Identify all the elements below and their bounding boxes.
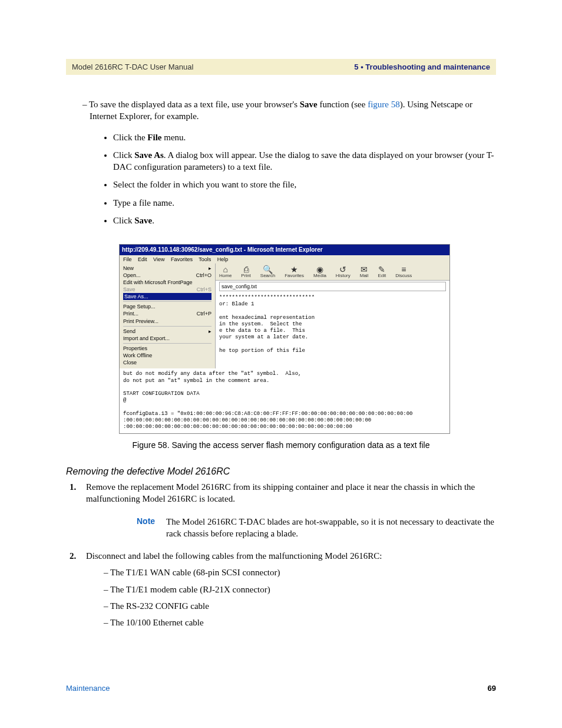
list-item: – The T1/E1 WAN cable (68-pin SCSI conne…	[104, 566, 496, 578]
cable-list: – The T1/E1 WAN cable (68-pin SCSI conne…	[104, 566, 496, 628]
list-item: Click the File menu.	[113, 131, 496, 143]
text: menu.	[161, 133, 186, 142]
label: Media	[313, 273, 326, 278]
menu-view[interactable]: View	[153, 256, 164, 262]
note-block: Note The Model 2616RC T-DAC blades are h…	[137, 516, 496, 540]
note-text: The Model 2616RC T-DAC blades are hot-sw…	[166, 516, 496, 540]
figure-caption: Figure 58. Saving the access server flas…	[66, 440, 496, 451]
tool-search[interactable]: 🔍Search	[260, 265, 275, 278]
instruction-list: Click the File menu. Click Save As. A di…	[113, 131, 496, 227]
menu-file[interactable]: File	[123, 256, 132, 262]
step-text: Disconnect and label the following cable…	[86, 550, 382, 562]
page-number: 69	[488, 684, 496, 693]
favorites-icon: ★	[285, 265, 304, 274]
text: . A dialog box will appear. Use the dial…	[113, 150, 494, 172]
step-number: 1.	[70, 481, 86, 505]
label: Edit	[378, 273, 386, 278]
label: Print	[241, 273, 250, 278]
tool-edit[interactable]: ✎Edit	[378, 265, 386, 278]
list-item: Type a file name.	[113, 197, 496, 209]
list-item: Click Save As. A dialog box will appear.…	[113, 149, 496, 173]
bold-save: Save	[300, 100, 318, 109]
menu-item-save[interactable]: SaveCtrl+S	[123, 286, 211, 293]
figure-link[interactable]: figure 58	[368, 100, 400, 109]
label: Favorites	[285, 273, 304, 278]
tool-mail[interactable]: ✉Mail	[360, 265, 369, 278]
text: function (see	[318, 100, 368, 109]
label: Mail	[360, 273, 369, 278]
menu-item-print[interactable]: Print...Ctrl+P	[123, 310, 211, 317]
menu-item-close[interactable]: Close	[123, 359, 211, 366]
ie-window: http://209.49.110.148:30962/save_config.…	[119, 244, 450, 434]
list-item: Click Save.	[113, 215, 496, 226]
bold: Save	[134, 216, 152, 225]
bold: Save As	[134, 150, 164, 160]
label: History	[336, 273, 351, 278]
label: Search	[260, 273, 275, 278]
history-icon: ↺	[336, 265, 351, 274]
step-text: Remove the replacement Model 2616RC from…	[86, 481, 496, 505]
tool-print[interactable]: ⎙Print	[241, 265, 250, 278]
menu-item-page-setup[interactable]: Page Setup...	[123, 303, 211, 310]
menu-item-print-preview[interactable]: Print Preview...	[123, 318, 211, 325]
menu-favorites[interactable]: Favorites	[171, 256, 193, 262]
edit-icon: ✎	[378, 265, 386, 274]
chapter-title: 5 • Troubleshooting and maintenance	[354, 62, 490, 71]
ie-right-pane: ⌂Home ⎙Print 🔍Search ★Favorites ◉Media ↺…	[216, 263, 449, 369]
menu-item-open[interactable]: Open...Ctrl+O	[123, 272, 211, 279]
bold: File	[147, 133, 161, 142]
menu-item-work-offline[interactable]: Work Offline	[123, 352, 211, 359]
address-bar[interactable]: save_config.txt	[219, 282, 446, 291]
menu-tools[interactable]: Tools	[199, 256, 211, 262]
menu-item-edit-with[interactable]: Edit with Microsoft FrontPage	[123, 279, 211, 286]
menu-item-new[interactable]: New▸	[123, 265, 211, 272]
list-item: – The 10/100 Ethernet cable	[104, 617, 496, 628]
menu-item-import[interactable]: Import and Export...	[123, 335, 211, 342]
list-item: – The RS-232 CONFIG cable	[104, 600, 496, 612]
step-1: 1. Remove the replacement Model 2616RC f…	[70, 481, 496, 505]
tool-favorites[interactable]: ★Favorites	[285, 265, 304, 278]
home-icon: ⌂	[219, 265, 232, 274]
numbered-list: 2. Disconnect and label the following ca…	[70, 550, 496, 562]
figure-58: http://209.49.110.148:30962/save_config.…	[119, 244, 496, 434]
tool-home[interactable]: ⌂Home	[219, 265, 232, 278]
text: Click	[113, 216, 134, 225]
file-menu-dropdown: New▸ Open...Ctrl+O Edit with Microsoft F…	[120, 263, 216, 369]
menu-item-save-as[interactable]: Save As...	[123, 293, 211, 300]
menu-item-send[interactable]: Send▸	[123, 328, 211, 335]
step-number: 2.	[70, 550, 86, 562]
search-icon: 🔍	[260, 265, 275, 274]
numbered-list: 1. Remove the replacement Model 2616RC f…	[70, 481, 496, 505]
tool-discuss[interactable]: ≡Discuss	[395, 265, 412, 278]
toolbar: ⌂Home ⎙Print 🔍Search ★Favorites ◉Media ↺…	[216, 263, 449, 281]
body-content: – To save the displayed data as a text f…	[66, 98, 496, 628]
document-text-full: but do not modify any data after the "at…	[120, 368, 449, 433]
subheading: Removing the defective Model 2616RC	[66, 465, 496, 478]
menu-item-properties[interactable]: Properties	[123, 345, 211, 352]
media-icon: ◉	[313, 265, 326, 274]
menu-bar: File Edit View Favorites Tools Help	[120, 255, 449, 263]
label: Home	[219, 273, 232, 278]
window-title: http://209.49.110.148:30962/save_config.…	[120, 245, 449, 255]
footer-section: Maintenance	[66, 684, 110, 693]
list-item: – The T1/E1 modem cable (RJ-21X connecto…	[104, 584, 496, 595]
intro-paragraph: – To save the displayed data as a text f…	[82, 98, 496, 123]
mail-icon: ✉	[360, 265, 369, 274]
text: Click	[113, 150, 134, 160]
step-2: 2. Disconnect and label the following ca…	[70, 550, 496, 562]
tool-history[interactable]: ↺History	[336, 265, 351, 278]
page-header: Model 2616RC T-DAC User Manual 5 • Troub…	[66, 59, 496, 75]
print-icon: ⎙	[241, 265, 250, 274]
note-label: Note	[137, 516, 166, 540]
text: – To save the displayed data as a text f…	[82, 100, 300, 109]
page-footer: Maintenance 69	[66, 684, 496, 693]
list-item: Select the folder in which you want to s…	[113, 179, 496, 190]
label: Discuss	[395, 273, 412, 278]
menu-help[interactable]: Help	[217, 256, 229, 262]
document-text-partial: ****************************** or: Blade…	[216, 292, 449, 357]
discuss-icon: ≡	[395, 265, 412, 274]
tool-media[interactable]: ◉Media	[313, 265, 326, 278]
menu-edit[interactable]: Edit	[138, 256, 147, 262]
text: .	[152, 216, 154, 225]
manual-title: Model 2616RC T-DAC User Manual	[72, 62, 193, 71]
